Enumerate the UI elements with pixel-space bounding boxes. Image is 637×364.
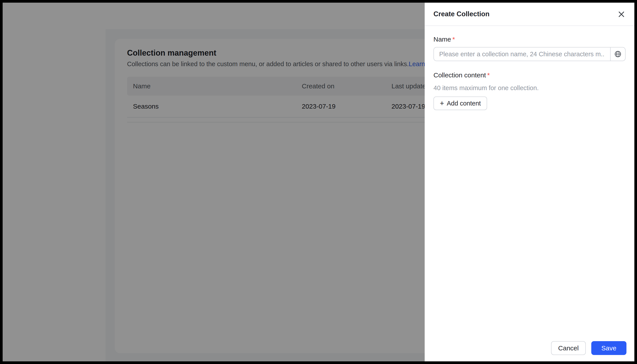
drawer-title: Create Collection	[434, 10, 490, 18]
drawer-body: Name* Collection content* 40 items maxim…	[425, 26, 634, 110]
globe-language-button[interactable]	[610, 48, 625, 61]
plus-icon: +	[440, 99, 444, 107]
drawer-header: Create Collection	[425, 3, 634, 26]
cancel-button[interactable]: Cancel	[551, 341, 586, 355]
close-icon[interactable]	[617, 10, 626, 19]
drawer-footer: Cancel Save	[551, 341, 626, 355]
name-field-label-row: Name*	[434, 36, 626, 43]
required-asterisk: *	[452, 36, 455, 43]
content-field-label-row: Collection content*	[434, 72, 626, 79]
name-field-label: Name	[434, 36, 451, 43]
add-content-button[interactable]: + Add content	[434, 96, 487, 110]
app-window: ★ Subscriptions Knowledge M... Create ne…	[3, 3, 634, 361]
add-content-label: Add content	[447, 100, 481, 107]
content-field-label: Collection content	[434, 72, 486, 79]
content-field-hint: 40 items maximum for one collection.	[434, 84, 626, 92]
globe-icon	[614, 50, 622, 58]
save-button[interactable]: Save	[591, 341, 626, 355]
create-collection-drawer: Create Collection Name* Collection conte…	[425, 3, 634, 361]
collection-name-input-group	[434, 47, 626, 61]
collection-name-input[interactable]	[434, 48, 610, 61]
required-asterisk: *	[487, 72, 490, 79]
